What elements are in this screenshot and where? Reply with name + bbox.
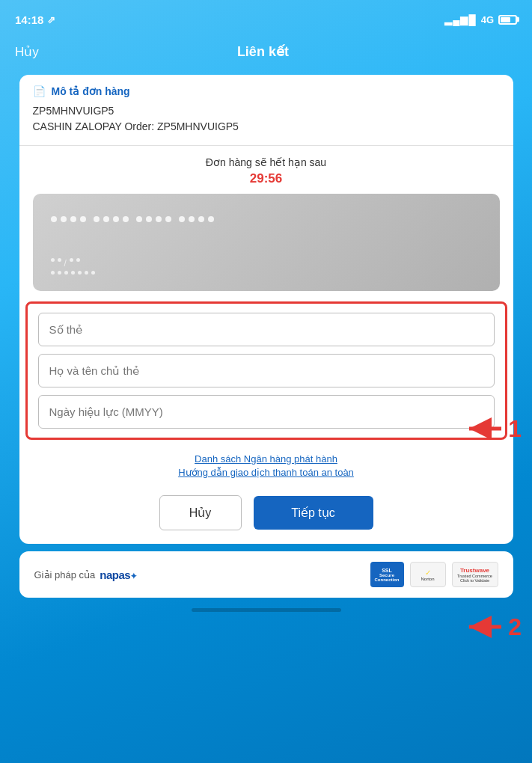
arrow-2-icon bbox=[460, 613, 505, 640]
card-dot bbox=[94, 216, 100, 222]
annotation-1-label: 1 bbox=[508, 417, 522, 441]
cardholder-name-input[interactable] bbox=[38, 354, 495, 387]
trustwave-badge: Trustwave Trusted Commerce Click to Vali… bbox=[452, 562, 498, 587]
card-dot bbox=[61, 216, 67, 222]
card-bottom: / bbox=[51, 258, 482, 275]
order-desc-line1: ZP5MHNVUIGP5 bbox=[33, 103, 500, 119]
card-dot bbox=[146, 216, 152, 222]
card-number-dots bbox=[51, 216, 482, 222]
battery-fill bbox=[501, 17, 510, 22]
card-dot bbox=[156, 216, 162, 222]
card-dot bbox=[80, 216, 86, 222]
order-desc-heading: Mô tả đơn hàng bbox=[52, 85, 130, 97]
card-dot bbox=[70, 216, 76, 222]
card-dot bbox=[113, 216, 119, 222]
time-display: 14:18 bbox=[15, 13, 43, 26]
continue-button[interactable]: Tiếp tục bbox=[254, 496, 373, 530]
timer-label: Đơn hàng sẽ hết hạn sau bbox=[33, 156, 500, 168]
card-dot bbox=[179, 216, 185, 222]
status-left: 14:18 ⇗ bbox=[15, 13, 55, 26]
card-expiry-label: / bbox=[51, 258, 95, 269]
timer-section: Đơn hàng sẽ hết hạn sau 29:56 bbox=[19, 146, 513, 194]
status-right: ▂▄▆█ 4G bbox=[444, 14, 517, 25]
links-section: Danh sách Ngân hàng phát hành Hướng dẫn … bbox=[19, 447, 513, 489]
timer-value: 29:56 bbox=[33, 171, 500, 186]
card-visual-wrapper: / bbox=[19, 194, 513, 301]
ssl-badge: SSL Secure Connection bbox=[370, 562, 404, 587]
solution-label: Giải pháp của bbox=[34, 569, 96, 580]
bank-list-link[interactable]: Danh sách Ngân hàng phát hành bbox=[33, 453, 500, 465]
card-dot bbox=[198, 216, 204, 222]
buttons-section: Hủy Tiếp tục bbox=[19, 489, 513, 544]
card-dot bbox=[123, 216, 129, 222]
nav-cancel-button[interactable]: Hủy bbox=[15, 44, 39, 60]
home-bar bbox=[192, 608, 341, 612]
napas-logo: napas✦ bbox=[100, 569, 136, 581]
cancel-button[interactable]: Hủy bbox=[159, 495, 242, 530]
main-card: 📄 Mô tả đơn hàng ZP5MHNVUIGP5 CASHIN ZAL… bbox=[19, 75, 513, 544]
card-dot bbox=[136, 216, 142, 222]
order-desc-title: 📄 Mô tả đơn hàng bbox=[33, 85, 500, 97]
card-dot-group-4 bbox=[179, 216, 214, 222]
card-dot bbox=[103, 216, 109, 222]
card-dot-group-3 bbox=[136, 216, 171, 222]
network-label: 4G bbox=[481, 14, 494, 25]
card-dot bbox=[51, 216, 57, 222]
card-number-input[interactable] bbox=[38, 313, 495, 346]
order-description-section: 📄 Mô tả đơn hàng ZP5MHNVUIGP5 CASHIN ZAL… bbox=[19, 75, 513, 146]
nav-title: Liên kết bbox=[237, 43, 289, 60]
transaction-guide-link[interactable]: Hướng dẫn giao dịch thanh toán an toàn bbox=[33, 467, 500, 478]
annotation-2-label: 2 bbox=[508, 615, 522, 639]
napas-star-icon: ✦ bbox=[130, 572, 137, 580]
card-name-dots bbox=[51, 271, 95, 275]
card-dot-group-1 bbox=[51, 216, 86, 222]
card-visual: / bbox=[33, 194, 500, 291]
card-expiry: / bbox=[51, 258, 95, 275]
page-wrapper: 14:18 ⇗ ▂▄▆█ 4G Hủy Liên kết 📄 Mô tả đơn… bbox=[0, 0, 532, 763]
form-section bbox=[25, 301, 507, 440]
card-dot bbox=[165, 216, 171, 222]
arrow-1-icon bbox=[460, 415, 505, 442]
norton-badge: ✓ Norton bbox=[410, 562, 446, 587]
card-dot bbox=[208, 216, 214, 222]
annotation-arrow-1: 1 bbox=[460, 415, 522, 442]
footer-card: Giải pháp của napas✦ SSL Secure Connecti… bbox=[19, 551, 513, 598]
battery-icon bbox=[498, 15, 517, 25]
expiry-date-input[interactable] bbox=[38, 395, 495, 429]
order-desc-line2: CASHIN ZALOPAY Order: ZP5MHNVUIGP5 bbox=[33, 119, 500, 135]
card-dot-group-2 bbox=[94, 216, 129, 222]
card-dot bbox=[189, 216, 195, 222]
footer-left: Giải pháp của napas✦ bbox=[34, 569, 137, 581]
document-icon: 📄 bbox=[33, 85, 46, 97]
signal-icon: ▂▄▆█ bbox=[444, 14, 476, 25]
annotation-arrow-2: 2 bbox=[460, 613, 522, 640]
footer-right: SSL Secure Connection ✓ Norton Trustwave… bbox=[370, 562, 498, 587]
nav-bar: Hủy Liên kết bbox=[0, 33, 532, 70]
status-bar: 14:18 ⇗ ▂▄▆█ 4G bbox=[0, 0, 532, 33]
location-icon: ⇗ bbox=[47, 14, 55, 25]
